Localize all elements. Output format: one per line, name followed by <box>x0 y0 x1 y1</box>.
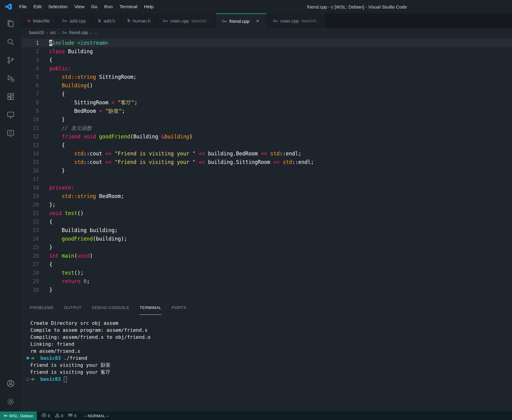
line-number[interactable]: 22 <box>21 217 39 226</box>
editor-tab-friendcpp[interactable]: C++friend.cpp× <box>216 13 267 28</box>
code-line: 12 friend void goodFriend(Building &buil… <box>21 132 512 141</box>
activity-bar-extensions[interactable] <box>0 88 21 106</box>
line-number[interactable]: 9 <box>21 107 39 115</box>
menu-item-run[interactable]: Run <box>101 2 116 11</box>
code-line: 19 std::string BedRoom; <box>21 192 512 200</box>
code-editor[interactable]: 1#include <iostream>2class Building3{4pu… <box>21 37 512 300</box>
line-number[interactable]: 18 <box>21 183 39 192</box>
vim-mode-indicator[interactable]: -- NORMAL -- <box>81 411 112 420</box>
line-number[interactable]: 2 <box>21 47 39 56</box>
line-number[interactable]: 17 <box>21 175 39 183</box>
activity-bar-settings[interactable] <box>0 393 21 411</box>
editor-tab-maincpp[interactable]: C++main.cppbasic04/... <box>267 13 326 28</box>
menu-bar: FileEditSelectionViewGoRunTerminalHelp <box>16 2 157 11</box>
code-text: } <box>49 286 52 294</box>
line-number[interactable]: 5 <box>21 73 39 81</box>
cpp-file-icon: C++ <box>273 19 278 23</box>
line-number[interactable]: 24 <box>21 234 39 243</box>
editor-tab-humanh[interactable]: hhuman.h <box>121 13 157 28</box>
panel-tab-problems[interactable]: PROBLEMS <box>30 301 54 315</box>
status-bar: >< WSL: Debian 0 0 0 -- NORMAL -- <box>0 411 512 420</box>
line-number[interactable]: 21 <box>21 209 39 217</box>
line-number[interactable]: 29 <box>21 277 39 286</box>
remote-indicator[interactable]: >< WSL: Debian <box>0 411 37 420</box>
activity-bar-search[interactable] <box>0 33 21 52</box>
editor-tab-addh[interactable]: hadd.h <box>92 13 121 28</box>
line-number[interactable]: 11 <box>21 124 39 132</box>
line-number[interactable]: 1 <box>21 39 39 47</box>
editor-tab-maincpp[interactable]: C++main.cppbasic03/... <box>157 13 216 28</box>
line-number[interactable]: 8 <box>21 98 39 107</box>
makefile-file-icon: ⚙ <box>27 18 30 23</box>
panel-tab-bar: PROBLEMSOUTPUTDEBUG CONSOLETERMINALPORTS <box>21 301 512 315</box>
line-number[interactable]: 19 <box>21 192 39 200</box>
line-number[interactable]: 15 <box>21 158 39 166</box>
line-number[interactable]: 14 <box>21 149 39 158</box>
panel-tab-ports[interactable]: PORTS <box>172 301 186 315</box>
terminal-line: Linking: friend <box>25 341 512 348</box>
breadcrumb-item[interactable]: ... <box>94 30 98 35</box>
close-icon[interactable]: × <box>254 18 261 24</box>
code-line: 26int main(void) <box>21 252 512 260</box>
chevron-right-icon: › <box>90 30 92 35</box>
code-text: Building() <box>49 81 93 90</box>
line-number[interactable]: 16 <box>21 166 39 175</box>
activity-bar-source-control[interactable] <box>0 52 21 70</box>
activity-bar-run-debug[interactable] <box>0 70 21 88</box>
terminal-line: Friend is visiting your 卧室 <box>25 362 512 369</box>
line-number[interactable]: 30 <box>21 286 39 294</box>
terminal-view[interactable]: Create Directory src obj assemCompile to… <box>21 315 512 411</box>
menu-item-help[interactable]: Help <box>141 2 157 11</box>
panel-tab-output[interactable]: OUTPUT <box>64 301 81 315</box>
line-number[interactable]: 12 <box>21 132 39 141</box>
tab-bar: ⚙MakefileC++add.cpphadd.hhhuman.hC++main… <box>21 13 512 28</box>
menu-item-go[interactable]: Go <box>88 2 101 11</box>
terminal-line: Compiling: assem/friend.s to obj/friend.… <box>25 334 512 341</box>
line-number[interactable]: 10 <box>21 115 39 124</box>
breadcrumb-item[interactable]: src <box>50 30 56 35</box>
vscode-window: FileEditSelectionViewGoRunTerminalHelp f… <box>0 0 512 420</box>
menu-item-selection[interactable]: Selection <box>45 2 71 11</box>
cpp-file-icon: C++ <box>222 19 227 23</box>
panel-tab-terminal[interactable]: TERMINAL <box>140 301 161 315</box>
code-text: std::string SittingRoom; <box>49 73 137 81</box>
line-number[interactable]: 25 <box>21 243 39 252</box>
activity-bar-remote-targets[interactable] <box>0 125 21 143</box>
line-number[interactable]: 6 <box>21 81 39 90</box>
line-number[interactable]: 13 <box>21 141 39 149</box>
code-line: 3{ <box>21 56 512 64</box>
problems-indicator[interactable]: 0 0 <box>39 411 66 420</box>
menu-item-terminal[interactable]: Terminal <box>116 2 141 11</box>
ports-indicator[interactable]: 0 <box>66 411 79 420</box>
panel-tab-debug-console[interactable]: DEBUG CONSOLE <box>92 301 129 315</box>
activity-bar-explorer[interactable] <box>0 15 21 33</box>
remote-label: WSL: Debian <box>9 414 33 418</box>
editor-tab-addcpp[interactable]: C++add.cpp <box>56 13 92 28</box>
menu-item-edit[interactable]: Edit <box>30 2 45 11</box>
line-number[interactable]: 20 <box>21 200 39 209</box>
code-text: { <box>49 217 52 226</box>
activity-bar-accounts[interactable] <box>0 375 21 393</box>
line-number[interactable]: 27 <box>21 260 39 269</box>
line-number[interactable]: 26 <box>21 252 39 260</box>
code-text: { <box>49 260 52 269</box>
code-text: std::cout << "Friend is visiting your " … <box>49 149 301 158</box>
vim-mode-text: -- NORMAL -- <box>84 414 109 418</box>
bottom-panel: PROBLEMSOUTPUTDEBUG CONSOLETERMINALPORTS… <box>21 300 512 411</box>
code-text: } <box>49 115 65 124</box>
code-text: } <box>49 166 65 175</box>
breadcrumb-item[interactable]: basic03 <box>29 30 44 35</box>
activity-bar-remote-explorer[interactable] <box>0 106 21 125</box>
editor-tab-Makefile[interactable]: ⚙Makefile <box>21 13 56 28</box>
menu-item-file[interactable]: File <box>16 2 30 11</box>
line-number[interactable]: 23 <box>21 226 39 234</box>
ports-count: 0 <box>74 414 77 418</box>
code-line: 16 } <box>21 166 512 175</box>
line-number[interactable]: 28 <box>21 269 39 277</box>
line-number[interactable]: 3 <box>21 56 39 64</box>
breadcrumb-item[interactable]: friend.cpp <box>69 30 88 35</box>
line-number[interactable]: 4 <box>21 64 39 73</box>
code-text: private: <box>49 183 74 192</box>
line-number[interactable]: 7 <box>21 90 39 98</box>
menu-item-view[interactable]: View <box>71 2 88 11</box>
